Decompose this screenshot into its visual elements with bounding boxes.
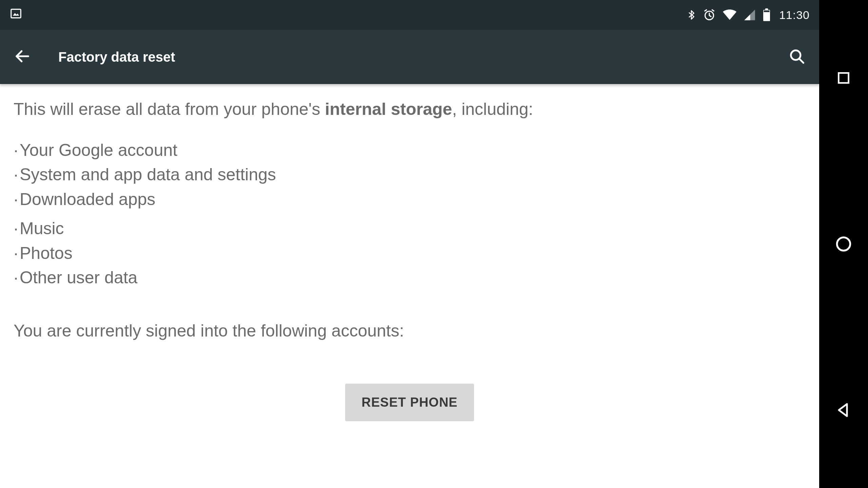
page-title: Factory data reset [58,49,175,65]
list-item: Downloaded apps [20,187,155,212]
status-time: 11:30 [779,8,810,22]
bluetooth-icon [686,8,696,22]
android-nav-bar [819,0,868,488]
recents-button[interactable] [833,68,854,88]
status-bar: 11:30 [0,0,819,30]
list-item: System and app data and settings [20,162,276,187]
back-nav-button[interactable] [833,400,854,420]
home-button[interactable] [833,234,854,254]
list-item: Your Google account [20,138,177,163]
accounts-line: You are currently signed into the follow… [14,319,806,343]
back-icon[interactable] [14,47,31,66]
svg-point-7 [837,238,850,251]
cellular-signal-icon [743,8,756,21]
intro-strong: internal storage [325,100,452,119]
svg-rect-3 [765,8,768,10]
intro-suffix: , including: [452,100,533,119]
app-bar: Factory data reset [0,30,819,84]
list-item: Other user data [20,265,137,290]
alarm-icon [703,8,716,22]
svg-rect-4 [764,11,770,12]
svg-rect-0 [11,9,21,18]
svg-rect-6 [839,73,848,83]
content: This will erase all data from your phone… [0,84,819,488]
erase-list: ·Your Google account ·System and app dat… [14,138,806,290]
battery-icon [762,8,771,22]
list-item: Music [20,216,64,241]
reset-phone-button[interactable]: RESET PHONE [345,384,474,421]
list-item: Photos [20,241,73,266]
screenshot-notification-icon [9,7,22,23]
wifi-icon [722,8,737,21]
intro-text: This will erase all data from your phone… [14,97,806,122]
intro-prefix: This will erase all data from your phone… [14,100,325,119]
search-icon[interactable] [788,47,806,66]
